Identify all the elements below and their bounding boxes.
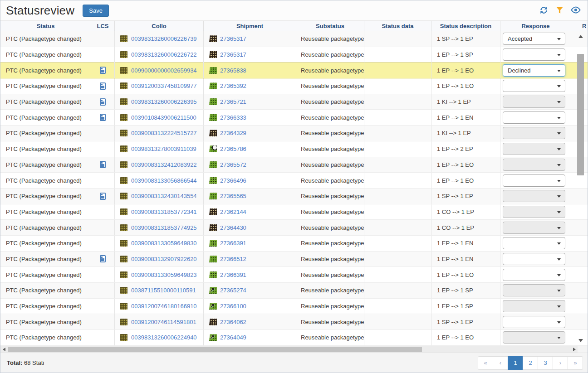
column-header-lcs[interactable]: LCS <box>91 21 115 31</box>
column-header-status-data[interactable]: Status data <box>364 21 431 31</box>
response-select[interactable] <box>503 143 565 155</box>
column-header-status-description[interactable]: Status description <box>431 21 500 31</box>
collo-link[interactable]: 00390083131853774925 <box>131 224 197 231</box>
shipment-link[interactable]: 27366512 <box>220 256 246 262</box>
save-button[interactable]: Save <box>83 5 109 17</box>
table-row[interactable]: PTC (Packagetype changed) 00390083133059… <box>0 267 588 283</box>
scroll-up-arrow-icon[interactable] <box>578 35 583 38</box>
last-page-button[interactable]: » <box>568 356 583 370</box>
response-select[interactable] <box>503 237 565 249</box>
collo-link[interactable]: 00990000000002659934 <box>131 67 197 74</box>
table-row[interactable]: PTC (Packagetype changed) 00391200337458… <box>0 78 588 94</box>
shipment-link[interactable]: 27364430 <box>220 224 246 231</box>
shipment-link[interactable]: 27362144 <box>220 208 246 215</box>
column-header-collo[interactable]: Collo <box>115 21 204 31</box>
collo-link[interactable]: 00390083131853772341 <box>131 208 197 215</box>
shipment-link[interactable]: 27365392 <box>220 82 246 89</box>
shipment-link[interactable]: 27365786 <box>220 145 246 152</box>
table-row[interactable]: PTC (Packagetype changed) 00387115510000… <box>0 283 588 299</box>
scroll-left-arrow-icon[interactable] <box>3 348 5 351</box>
table-row[interactable]: PTC (Packagetype changed) 00390083131853… <box>0 220 588 236</box>
response-select[interactable] <box>503 331 565 344</box>
filter-icon[interactable] <box>555 6 564 15</box>
shipment-link[interactable]: 27365572 <box>220 161 246 168</box>
table-row[interactable]: PTC (Packagetype changed) 00398313260006… <box>0 330 588 346</box>
shipment-link[interactable]: 27364329 <box>220 130 246 136</box>
collo-link[interactable]: 00390083132224515727 <box>131 130 197 136</box>
column-header-status[interactable]: Status <box>0 21 91 31</box>
shipment-link[interactable]: 27364049 <box>220 334 246 341</box>
response-select[interactable] <box>503 174 565 187</box>
vertical-scrollbar-thumb[interactable] <box>577 54 584 175</box>
table-row[interactable]: PTC (Packagetype changed) 00390083133056… <box>0 173 588 189</box>
column-header-shipment[interactable]: Shipment <box>204 21 296 31</box>
column-header-response[interactable]: Response <box>500 21 571 31</box>
collo-link[interactable]: 00390083132907922620 <box>131 256 197 262</box>
table-row[interactable]: PTC (Packagetype changed) 00990000000002… <box>0 63 588 78</box>
collo-link[interactable]: 00398313260006226722 <box>131 51 197 58</box>
shipment-link[interactable]: 27366333 <box>220 114 246 121</box>
response-select[interactable] <box>503 206 565 218</box>
collo-link[interactable]: 00390083133056866544 <box>131 177 197 184</box>
scroll-down-arrow-icon[interactable] <box>578 339 583 342</box>
collo-link[interactable]: 00390108439006211500 <box>131 114 196 121</box>
table-row[interactable]: PTC (Packagetype changed) 00390083132412… <box>0 157 588 173</box>
shipment-link[interactable]: 27365274 <box>220 287 246 294</box>
collo-link[interactable]: 00398313260006224940 <box>131 334 197 341</box>
response-select[interactable] <box>503 316 565 328</box>
shipment-link[interactable]: 27365838 <box>220 67 246 74</box>
response-select[interactable] <box>503 111 565 124</box>
horizontal-scrollbar-thumb[interactable] <box>8 347 422 352</box>
horizontal-scrollbar[interactable] <box>0 346 588 353</box>
collo-link[interactable]: 00390083133059649823 <box>131 271 197 278</box>
response-select[interactable] <box>503 300 565 312</box>
view-eye-icon[interactable] <box>570 5 581 15</box>
collo-link[interactable]: 00391200746180166910 <box>131 303 197 310</box>
shipment-link[interactable]: 27365721 <box>220 98 246 105</box>
table-row[interactable]: PTC (Packagetype changed) 00391200746114… <box>0 314 588 330</box>
refresh-icon[interactable] <box>539 5 549 15</box>
response-select[interactable] <box>503 96 565 108</box>
table-row[interactable]: PTC (Packagetype changed) 00398313260006… <box>0 31 588 47</box>
response-select[interactable] <box>503 253 565 265</box>
response-select[interactable] <box>503 80 565 92</box>
shipment-link[interactable]: 27366100 <box>220 303 246 310</box>
collo-link[interactable]: 00390083132430143554 <box>131 193 197 199</box>
collo-link[interactable]: 00390083132412083922 <box>131 161 197 168</box>
next-page-button[interactable]: › <box>553 356 568 370</box>
table-row[interactable]: PTC (Packagetype changed) 00398313260006… <box>0 47 588 63</box>
previous-page-button[interactable]: ‹ <box>493 356 508 370</box>
collo-link[interactable]: 00391200337458109977 <box>131 82 197 89</box>
table-row[interactable]: PTC (Packagetype changed) 00398313278003… <box>0 141 588 157</box>
table-row[interactable]: PTC (Packagetype changed) 00391200746180… <box>0 299 588 315</box>
response-select[interactable]: Accepted <box>503 33 565 45</box>
page-button-3[interactable]: 3 <box>538 356 553 370</box>
table-row[interactable]: PTC (Packagetype changed) 00390083131853… <box>0 204 588 220</box>
column-header-clipped[interactable]: R <box>571 21 588 31</box>
response-select[interactable] <box>503 159 565 171</box>
scroll-right-arrow-icon[interactable] <box>573 348 576 351</box>
first-page-button[interactable]: « <box>478 356 493 370</box>
collo-link[interactable]: 00398313278003911039 <box>131 145 196 152</box>
response-select[interactable] <box>503 127 565 139</box>
page-button-2[interactable]: 2 <box>523 356 538 370</box>
response-select[interactable] <box>503 269 565 281</box>
table-row[interactable]: PTC (Packagetype changed) 00390108439006… <box>0 110 588 126</box>
collo-link[interactable]: 00398313260006226739 <box>131 35 197 42</box>
collo-link[interactable]: 00390083133059649830 <box>131 240 197 247</box>
page-button-1[interactable]: 1 <box>508 356 523 370</box>
table-row[interactable]: PTC (Packagetype changed) 00390083133059… <box>0 236 588 252</box>
response-select[interactable] <box>503 48 565 61</box>
shipment-link[interactable]: 27366496 <box>220 177 246 184</box>
shipment-link[interactable]: 27365565 <box>220 193 246 199</box>
shipment-link[interactable]: 27364062 <box>220 319 246 325</box>
table-row[interactable]: PTC (Packagetype changed) 00390083132224… <box>0 126 588 141</box>
column-header-substatus[interactable]: Substatus <box>296 21 364 31</box>
shipment-link[interactable]: 27365317 <box>220 35 246 42</box>
response-select[interactable]: Declined <box>503 64 565 77</box>
collo-link[interactable]: 00398313260006226395 <box>131 98 197 105</box>
table-row[interactable]: PTC (Packagetype changed) 00390083132907… <box>0 252 588 267</box>
response-select[interactable] <box>503 190 565 202</box>
collo-link[interactable]: 00387115510000110591 <box>131 287 196 294</box>
shipment-link[interactable]: 27366391 <box>220 271 246 278</box>
